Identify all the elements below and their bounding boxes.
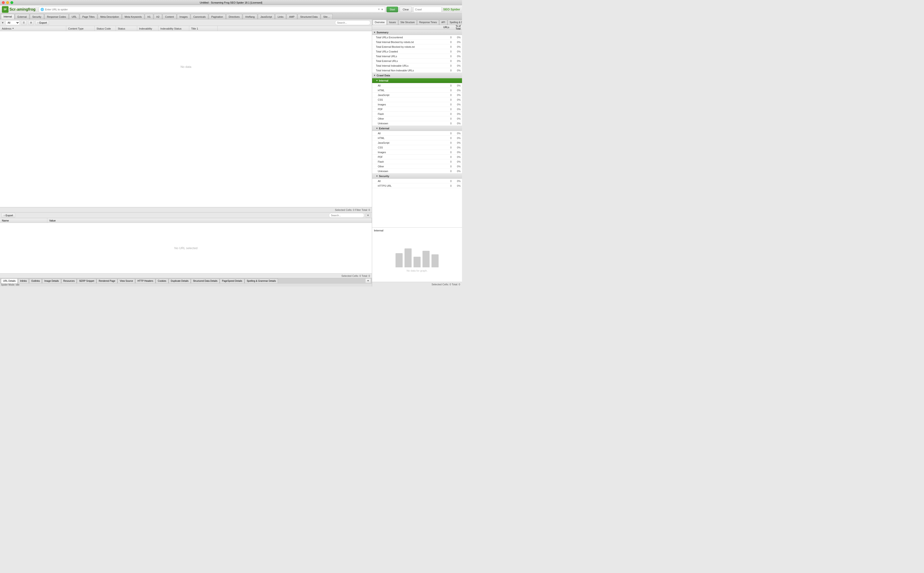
clear-button[interactable]: Clear <box>400 6 412 12</box>
bottom-tab-resources[interactable]: Resources <box>61 279 77 283</box>
bottom-tab-view-source[interactable]: View Source <box>118 279 135 283</box>
bottom-tab-image-details[interactable]: Image Details <box>42 279 61 283</box>
right-tab-overview[interactable]: Overview <box>373 20 387 25</box>
row-total-external-urls[interactable]: Total External URLs 0 0% <box>372 59 462 63</box>
row-total-urls-encountered[interactable]: Total URLs Encountered 0 0% <box>372 35 462 40</box>
security-all-row[interactable]: All 0 0% <box>372 179 462 183</box>
tab-meta-keywords[interactable]: Meta Keywords <box>122 14 144 19</box>
maximize-button[interactable] <box>10 1 13 4</box>
start-button[interactable]: Start <box>386 6 398 12</box>
bottom-tab-structured-data-details[interactable]: Structured Data Details <box>191 279 220 283</box>
tab-h1[interactable]: H1 <box>145 14 153 19</box>
summary-section-header[interactable]: ▼ Summary <box>372 30 462 35</box>
external-html-row[interactable]: HTML 0 0% <box>372 136 462 141</box>
tab-canonicals[interactable]: Canonicals <box>191 14 208 19</box>
tab-pagination[interactable]: Pagination <box>209 14 226 19</box>
external-css-row[interactable]: CSS 0 0% <box>372 145 462 150</box>
tab-meta-description[interactable]: Meta Description <box>98 14 122 19</box>
col-header-address[interactable]: Address ▼ <box>0 26 66 31</box>
tab-links[interactable]: Links <box>275 14 286 19</box>
external-unknown-row[interactable]: Unknown 0 0% <box>372 169 462 174</box>
col-header-status[interactable]: Status <box>116 26 137 31</box>
tab-h2[interactable]: H2 <box>154 14 162 19</box>
tab-structured-data[interactable]: Structured Data <box>298 14 320 19</box>
col-header-indexability-status[interactable]: Indexability Status <box>158 26 189 31</box>
internal-html-row[interactable]: HTML 0 0% <box>372 88 462 93</box>
minimize-button[interactable] <box>6 1 9 4</box>
bottom-export-button[interactable]: ↑ Export <box>2 213 15 218</box>
right-tab-api[interactable]: API <box>439 20 447 25</box>
export-button[interactable]: ↑ Export <box>35 20 49 25</box>
external-flash-row[interactable]: Flash 0 0% <box>372 159 462 164</box>
internal-unknown-row[interactable]: Unknown 0 0% <box>372 121 462 126</box>
tab-images[interactable]: Images <box>177 14 190 19</box>
bottom-tab-url-details[interactable]: URL Details <box>1 279 18 283</box>
crawl-input[interactable] <box>413 6 442 12</box>
list-view-button[interactable]: ☰ <box>21 20 27 25</box>
grid-view-button[interactable]: ⊞ <box>28 20 34 25</box>
tab-url[interactable]: URL <box>69 14 79 19</box>
tab-response-codes[interactable]: Response Codes <box>44 14 69 19</box>
security-https-row[interactable]: HTTPS URL 0 0% <box>372 183 462 188</box>
tab-hreflang[interactable]: Hreflang <box>243 14 257 19</box>
external-javascript-row[interactable]: JavaScript 0 0% <box>372 141 462 145</box>
bottom-col-value[interactable]: Value <box>47 218 372 223</box>
external-other-row[interactable]: Other 0 0% <box>372 164 462 169</box>
bottom-tabs-dropdown[interactable]: ▼ <box>365 279 371 283</box>
tab-security[interactable]: Security <box>30 14 44 19</box>
internal-images-row[interactable]: Images 0 0% <box>372 102 462 107</box>
search-input[interactable] <box>335 20 370 25</box>
tab-javascript[interactable]: JavaScript <box>258 14 275 19</box>
external-pdf-row[interactable]: PDF 0 0% <box>372 155 462 159</box>
bottom-tab-duplicate-details[interactable]: Duplicate Details <box>169 279 191 283</box>
crawl-data-section-header[interactable]: ▼ Crawl Data <box>372 73 462 78</box>
bottom-tab-inlinks[interactable]: Inlinks <box>18 279 29 283</box>
security-subsection-header[interactable]: ▼ Security <box>372 174 462 179</box>
tab-page-titles[interactable]: Page Titles <box>80 14 97 19</box>
bottom-tab-cookies[interactable]: Cookies <box>156 279 168 283</box>
bottom-tab-outlinks[interactable]: Outlinks <box>29 279 42 283</box>
bottom-tab-pagespeed-details[interactable]: PageSpeed Details <box>220 279 245 283</box>
tab-internal[interactable]: Internal <box>1 14 14 19</box>
tab-directives[interactable]: Directives <box>226 14 242 19</box>
bottom-tab-rendered-page[interactable]: Rendered Page <box>97 279 117 283</box>
col-header-title1[interactable]: Title 1 <box>189 26 218 31</box>
row-total-internal-urls[interactable]: Total Internal URLs 0 0% <box>372 54 462 59</box>
internal-subsection-header[interactable]: ▼ Internal <box>372 78 462 83</box>
bottom-search-input[interactable] <box>329 213 364 218</box>
col-header-content-type[interactable]: Content Type <box>66 26 95 31</box>
internal-other-row[interactable]: Other 0 0% <box>372 116 462 121</box>
col-header-indexability[interactable]: Indexability <box>137 26 158 31</box>
row-total-internal-indexable[interactable]: Total Internal Indexable URLs 0 0% <box>372 63 462 68</box>
row-total-internal-non-indexable[interactable]: Total Internal Non-Indexable URLs 0 0% <box>372 68 462 73</box>
bottom-tab-spelling-grammar-details[interactable]: Spelling & Grammar Details <box>245 279 278 283</box>
tab-external[interactable]: External <box>15 14 29 19</box>
internal-all-row[interactable]: All 0 0% <box>372 83 462 88</box>
filter-select[interactable]: All <box>5 20 20 25</box>
external-all-row[interactable]: All 0 0% <box>372 131 462 136</box>
col-header-status-code[interactable]: Status Code <box>95 26 116 31</box>
right-tab-response-times[interactable]: Response Times <box>417 20 439 25</box>
url-dropdown-icon[interactable]: ▼ <box>381 8 383 11</box>
row-external-blocked-robots[interactable]: Total External Blocked by robots.txt 0 0… <box>372 44 462 49</box>
right-tab-spelling-grammar[interactable]: Spelling & Grammar <box>447 20 462 25</box>
bottom-tab-http-headers[interactable]: HTTP Headers <box>135 279 155 283</box>
tab-content[interactable]: Content <box>163 14 176 19</box>
internal-css-row[interactable]: CSS 0 0% <box>372 97 462 102</box>
right-tab-issues[interactable]: Issues <box>387 20 398 25</box>
internal-javascript-row[interactable]: JavaScript 0 0% <box>372 93 462 97</box>
external-subsection-header[interactable]: ▼ External <box>372 126 462 131</box>
row-total-urls-crawled[interactable]: Total URLs Crawled 0 0% <box>372 49 462 54</box>
url-input[interactable] <box>45 8 377 11</box>
bottom-col-name[interactable]: Name <box>0 218 47 223</box>
close-button[interactable] <box>2 1 5 4</box>
bottom-filter-options-button[interactable]: ≡ <box>366 213 370 218</box>
bottom-tab-serp-snippet[interactable]: SERP Snippet <box>77 279 96 283</box>
internal-pdf-row[interactable]: PDF 0 0% <box>372 107 462 111</box>
tab-sitemaps[interactable]: Site… <box>321 14 333 19</box>
external-images-row[interactable]: Images 0 0% <box>372 150 462 155</box>
right-tab-site-structure[interactable]: Site Structure <box>398 20 417 25</box>
tab-amp[interactable]: AMP <box>287 14 297 19</box>
internal-flash-row[interactable]: Flash 0 0% <box>372 111 462 116</box>
row-internal-blocked-robots[interactable]: Total Internal Blocked by robots.txt 0 0… <box>372 40 462 44</box>
